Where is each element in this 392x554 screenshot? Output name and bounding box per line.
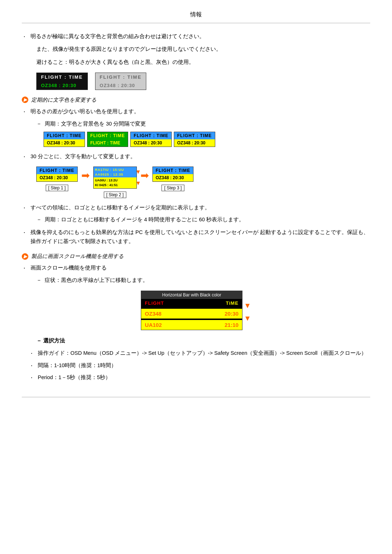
- sel-text-2: 間隔：1-10時間（推奨：1時間）: [38, 361, 117, 370]
- steps-row: FLIGHT : TIME OZ348 : 20:30 [ Step 1 ] ➡…: [36, 167, 370, 198]
- hbar-row2-col2: 21:10: [192, 320, 242, 330]
- step-3-label: [ Step 3 ]: [162, 185, 184, 191]
- step-3-box: FLIGHT : TIME OZ348 : 20:30: [152, 167, 194, 182]
- bullet-item-1: ・ 明るさが極端に異なる文字色と背景色の組み合わせは避けてください。: [22, 32, 370, 41]
- color-boxes-row: FLIGHT : TIME OZ348 : 20:30 FLIGHT : TIM…: [44, 132, 370, 147]
- color-box-3: FLIGHT : TIME OZ348 : 20:30: [130, 132, 172, 147]
- indent-text-1: また、残像が発生する原因となりますのでグレーは使用しないでください。: [36, 44, 370, 54]
- cbox2-r2: FLIGHT : TIME: [87, 139, 128, 147]
- sel-text-3: Period：1－5秒（推奨：5秒）: [38, 373, 111, 382]
- bullet-item-6: ・ 画面スクロール機能を使用する: [22, 263, 370, 273]
- hbar-title: Horizontal Bar with Black color: [141, 291, 242, 299]
- hbar-row1-col1: OZ348: [141, 309, 192, 319]
- hbar-header-time: TiME: [192, 299, 242, 307]
- step1-r1: FLIGHT : TIME: [37, 167, 77, 174]
- step-1-label: [ Step 1 ]: [46, 185, 68, 191]
- cbox3-r2: OZ348 : 20:30: [131, 139, 171, 147]
- bullet-text-4: すべての領域に、ロゴとともに移動するイメージを定期的に表示します。: [30, 203, 210, 212]
- selection-item-2: ・ 間隔：1-10時間（推奨：1時間）: [29, 361, 370, 370]
- bad-box-row1: FLIGHT : TIME: [95, 73, 146, 81]
- dash-2: －: [36, 215, 42, 224]
- hbar-table: Horizontal Bar with Black color FLiGHT T…: [141, 291, 242, 330]
- cbox1-r1: FLIGHT : TIME: [44, 132, 85, 139]
- cbox1-r2: OZ348 : 20:30: [44, 139, 85, 147]
- step1-r2: OZ348 : 20:30: [37, 174, 77, 181]
- hbar-row1-col2: 20:30: [192, 309, 242, 319]
- bullet-text-3: 30 分ごとに、文字を動かして変更します。: [30, 152, 136, 161]
- good-display-box: FLIGHT : TIME OZ348 : 20:30: [36, 73, 88, 90]
- hbar-section: Horizontal Bar with Black color FLiGHT T…: [22, 291, 370, 330]
- good-box-row1: FLIGHT : TIME: [37, 73, 87, 81]
- hbar-row2-col1: UA102: [141, 320, 192, 330]
- step2-r2: UA0IIU : 13:2UKI 0425 : 41:51: [94, 177, 136, 188]
- sub-item-logo: － 周期：ロゴとともに移動するイメージを 4 時間使用するごとに 60 秒表示し…: [36, 215, 370, 224]
- sel-dot-2: ・: [29, 362, 34, 370]
- step-arrow-1: ➡: [81, 169, 90, 181]
- hbar-arrows: ▼ ▼: [242, 296, 251, 325]
- step-2-box: RA17IU : 15:UUAA0025 : 12:35 UA0IIU : 13…: [93, 167, 137, 188]
- sub-text-logo: 周期：ロゴとともに移動するイメージを 4 時間使用するごとに 60 秒表示します…: [45, 215, 244, 224]
- orange-circle-icon-2: ▶: [22, 253, 28, 260]
- sub-text-cycle: 周期：文字色と背景色を 30 分間隔で変更: [45, 119, 146, 128]
- good-box-row2: OZ348 : 20:30: [37, 81, 87, 90]
- bullet-text-2: 明るさの差が少ない明るい色を使用します。: [30, 107, 139, 116]
- bullet-text-5: 残像を抑えるのにもっとも効果的な方法は PC を使用していないときにスクリーンセ…: [30, 228, 370, 246]
- color-box-4: FLIGHT : TIME OZ348 : 20:30: [174, 132, 215, 147]
- bad-display-box: FLIGHT : TIME OZ348 : 20:30: [95, 73, 147, 90]
- bullet-text-6: 画面スクロール機能を使用する: [30, 263, 107, 272]
- bullet-dot-3: ・: [22, 153, 27, 161]
- section6-header: ▶ 製品に画面スクロール機能を使用する: [22, 253, 370, 260]
- cbox3-r1: FLIGHT : TIME: [131, 132, 171, 139]
- section2-header: ▶ 定期的に文字色を変更する: [22, 97, 370, 103]
- bottom-divider: [22, 397, 370, 397]
- step3-r1: FLIGHT : TIME: [153, 167, 193, 174]
- display-examples-row: FLIGHT : TIME OZ348 : 20:30 FLIGHT : TIM…: [36, 73, 370, 90]
- indent-text-2: 避けること：明るさが大きく異なる色（白と黒、灰色）の使用。: [36, 57, 370, 67]
- hbar-data-row-2: UA102 21:10: [141, 320, 242, 330]
- selection-section: － 選択方法 ・ 操作ガイド：OSD Menu（OSD メニュー）-> Set …: [22, 337, 370, 382]
- bullet-item-5: ・ 残像を抑えるのにもっとも効果的な方法は PC を使用していないときにスクリー…: [22, 228, 370, 246]
- page-title: 情報: [22, 7, 370, 23]
- bad-box-row2: OZ348 : 20:30: [95, 81, 146, 90]
- bullet-item-2: ・ 明るさの差が少ない明るい色を使用します。: [22, 107, 370, 116]
- bullet-dot-2: ・: [22, 108, 27, 116]
- sub-item-symptom: － 症状：黒色の水平線が上下に移動します。: [36, 276, 370, 285]
- selection-header: － 選択方法: [36, 337, 370, 344]
- bullet-dot-6: ・: [22, 264, 27, 273]
- bullet-dot-1: ・: [22, 33, 27, 41]
- bullet-item-3: ・ 30 分ごとに、文字を動かして変更します。: [22, 152, 370, 161]
- step2-r1: RA17IU : 15:UUAA0025 : 12:35: [94, 167, 136, 177]
- cbox4-r2: OZ348 : 20:30: [174, 139, 215, 147]
- color-box-2: FLIGHT : TIME FLIGHT : TIME: [87, 132, 128, 147]
- bullet-dot-4: ・: [22, 204, 27, 213]
- step-1-box: FLIGHT : TIME OZ348 : 20:30: [36, 167, 78, 182]
- sel-dot-3: ・: [29, 374, 34, 382]
- cbox4-r1: FLIGHT : TIME: [174, 132, 215, 139]
- selection-item-3: ・ Period：1－5秒（推奨：5秒）: [29, 373, 370, 382]
- section6-header-text: 製品に画面スクロール機能を使用する: [31, 253, 124, 260]
- step3-r2: OZ348 : 20:30: [153, 174, 193, 181]
- dash-3: －: [36, 276, 42, 285]
- cbox2-r1: FLIGHT : TIME: [87, 132, 128, 139]
- sub-item-cycle: － 周期：文字色と背景色を 30 分間隔で変更: [36, 119, 370, 128]
- orange-circle-icon: ▶: [22, 97, 28, 103]
- step-3-block: FLIGHT : TIME OZ348 : 20:30 [ Step 3 ]: [152, 167, 194, 191]
- dash-1: －: [36, 119, 42, 128]
- bullet-item-4: ・ すべての領域に、ロゴとともに移動するイメージを定期的に表示します。: [22, 203, 370, 213]
- sel-dot-1: ・: [29, 349, 34, 358]
- hbar-arrow-down-1: ▼: [244, 301, 251, 310]
- bullet-dot-5: ・: [22, 229, 27, 237]
- selection-item-1: ・ 操作ガイド：OSD Menu（OSD メニュー）-> Set Up（セットア…: [29, 349, 370, 358]
- color-box-1: FLIGHT : TIME OZ348 : 20:30: [44, 132, 85, 147]
- hbar-header-flight: FLiGHT: [141, 299, 192, 307]
- hbar-header-row: FLiGHT TiME: [141, 299, 242, 307]
- sub-text-symptom: 症状：黒色の水平線が上下に移動します。: [45, 276, 148, 285]
- step-arrow-2: ➡: [140, 169, 149, 181]
- step-2-block: RA17IU : 15:UUAA0025 : 12:35 UA0IIU : 13…: [93, 167, 137, 198]
- step-1-block: FLIGHT : TIME OZ348 : 20:30 [ Step 1 ]: [36, 167, 78, 191]
- sel-text-1: 操作ガイド：OSD Menu（OSD メニュー）-> Set Up（セットアップ…: [38, 349, 367, 358]
- bullet-text-1: 明るさが極端に異なる文字色と背景色の組み合わせは避けてください。: [30, 32, 205, 41]
- hbar-data-row-1: OZ348 20:30: [141, 309, 242, 319]
- section2-header-text: 定期的に文字色を変更する: [31, 97, 97, 103]
- step-2-label: [ Step 2 ]: [104, 192, 126, 198]
